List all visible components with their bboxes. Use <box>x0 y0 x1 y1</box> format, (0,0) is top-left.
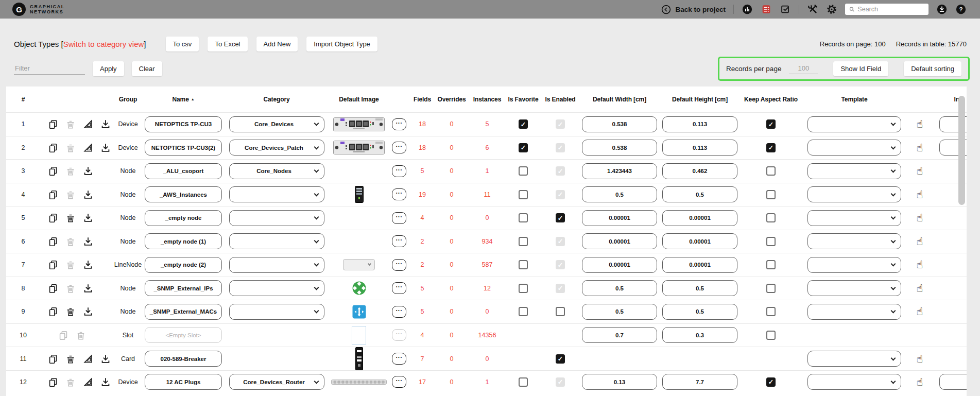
trash-icon[interactable] <box>64 353 76 365</box>
download-row-icon[interactable] <box>82 259 94 271</box>
trash-icon[interactable] <box>64 235 76 247</box>
measure-icon[interactable] <box>82 142 94 153</box>
clear-button[interactable]: Clear <box>132 61 162 76</box>
category-select[interactable] <box>229 233 324 249</box>
count-link[interactable]: 587 <box>470 261 505 268</box>
show-id-field-button[interactable]: Show Id Field <box>833 61 888 76</box>
favorite-checkbox[interactable] <box>519 237 528 246</box>
template-select[interactable] <box>807 116 901 132</box>
trash-icon[interactable] <box>64 306 76 318</box>
keep-aspect-checkbox[interactable] <box>766 307 776 316</box>
import-object-type-button[interactable]: Import Object Type <box>306 37 377 51</box>
trash-icon[interactable] <box>64 282 76 294</box>
count-link[interactable]: 0 <box>434 214 470 221</box>
enabled-checkbox[interactable]: ✓ <box>556 377 565 387</box>
category-select[interactable]: Core_Nodes <box>229 163 324 179</box>
copy-icon[interactable] <box>47 235 59 247</box>
download-row-icon[interactable] <box>99 118 111 130</box>
default-height-input[interactable]: 7.7 <box>662 374 737 390</box>
download-row-icon[interactable] <box>99 376 111 388</box>
category-select[interactable]: Core_Devices_Patch <box>229 140 324 156</box>
count-link[interactable]: 1 <box>470 378 505 386</box>
enabled-checkbox[interactable]: ✓ <box>556 166 565 176</box>
enabled-checkbox[interactable]: ✓ <box>556 237 565 246</box>
enabled-checkbox[interactable]: ✓ <box>556 143 565 152</box>
enabled-checkbox[interactable]: ✓ <box>556 119 565 129</box>
to-csv-button[interactable]: To csv <box>166 37 199 51</box>
category-select[interactable]: Core_Devices <box>229 116 324 132</box>
pointer-hand-icon[interactable]: ☝ <box>917 142 923 154</box>
name-input[interactable]: _empty node <box>145 210 222 226</box>
pointer-hand-icon[interactable]: ☝ <box>917 305 923 318</box>
count-link[interactable]: 18 <box>411 120 434 128</box>
default-width-input[interactable]: 0.5 <box>582 304 657 320</box>
count-link[interactable]: 1 <box>470 167 505 175</box>
favorite-checkbox[interactable] <box>519 190 528 199</box>
copy-icon[interactable] <box>47 353 59 365</box>
vertical-scrollbar-thumb[interactable] <box>958 96 965 205</box>
count-link[interactable]: 12 <box>470 285 505 292</box>
count-link[interactable]: 0 <box>470 355 505 363</box>
more-options-button[interactable]: ... <box>392 306 406 318</box>
category-select[interactable] <box>229 210 324 226</box>
more-options-button[interactable]: ... <box>392 118 406 130</box>
count-link[interactable]: 2 <box>411 261 434 268</box>
template-select[interactable] <box>807 140 901 156</box>
enabled-checkbox[interactable]: ✓ <box>556 354 565 364</box>
default-width-input[interactable]: 0.7 <box>582 327 657 343</box>
default-width-input[interactable]: 0.5 <box>582 186 657 202</box>
more-options-button[interactable]: ... <box>392 329 406 341</box>
copy-icon[interactable] <box>47 259 59 271</box>
trash-icon[interactable] <box>75 329 87 341</box>
keep-aspect-checkbox[interactable] <box>766 237 776 246</box>
download-icon[interactable] <box>936 4 948 15</box>
count-link[interactable]: 0 <box>434 332 470 339</box>
name-input[interactable]: _AWS_Instances <box>145 186 222 202</box>
default-height-input[interactable]: 0.00001 <box>662 257 737 273</box>
count-link[interactable]: 0 <box>434 120 470 128</box>
favorite-checkbox[interactable]: ✓ <box>519 119 528 129</box>
enabled-checkbox[interactable]: ✓ <box>556 213 565 222</box>
default-height-input[interactable]: 0.3 <box>662 327 737 343</box>
name-input[interactable]: _empty node (1) <box>145 233 222 249</box>
default-height-input[interactable]: 0.5 <box>662 186 737 202</box>
default-width-input[interactable]: 0.00001 <box>582 233 657 249</box>
count-link[interactable]: 7 <box>411 355 434 363</box>
template-select[interactable] <box>807 210 901 226</box>
default-height-input[interactable]: 0.113 <box>662 116 737 132</box>
download-row-icon[interactable] <box>99 353 111 365</box>
count-link[interactable]: 934 <box>470 238 505 245</box>
name-input[interactable]: _empty node (2) <box>145 257 222 273</box>
count-link[interactable]: 18 <box>411 144 434 151</box>
default-width-input[interactable]: 0.538 <box>582 116 657 132</box>
count-link[interactable]: 0 <box>434 167 470 175</box>
name-input[interactable]: <Empty Slot> <box>145 327 222 343</box>
keep-aspect-checkbox[interactable]: ✓ <box>766 143 776 152</box>
count-link[interactable]: 4 <box>411 332 434 339</box>
count-link[interactable]: 17 <box>411 378 434 386</box>
name-input[interactable]: _SNMP_External_IPs <box>145 280 222 296</box>
default-height-input[interactable]: 0.113 <box>662 140 737 156</box>
enabled-checkbox[interactable]: ✓ <box>556 190 565 199</box>
more-options-button[interactable]: ... <box>392 376 406 388</box>
count-link[interactable]: 19 <box>411 191 434 198</box>
default-width-input[interactable]: 0.00001 <box>582 257 657 273</box>
pointer-hand-icon[interactable]: ☝ <box>917 118 923 130</box>
pointer-hand-icon[interactable]: ☝ <box>917 282 923 295</box>
count-link[interactable]: 14356 <box>470 332 505 339</box>
trash-icon[interactable] <box>64 188 76 200</box>
more-options-button[interactable]: ... <box>392 282 406 294</box>
download-row-icon[interactable] <box>82 212 94 224</box>
favorite-checkbox[interactable]: ✓ <box>519 143 528 152</box>
template-select[interactable] <box>807 163 901 179</box>
apply-button[interactable]: Apply <box>93 61 124 76</box>
default-width-input[interactable]: 1.423443 <box>582 163 657 179</box>
count-link[interactable]: 0 <box>434 238 470 245</box>
count-link[interactable]: 5 <box>411 167 434 175</box>
keep-aspect-checkbox[interactable] <box>766 284 776 293</box>
trash-icon[interactable] <box>64 212 76 224</box>
filter-input[interactable] <box>14 62 85 75</box>
count-link[interactable]: 5 <box>470 120 505 128</box>
template-select[interactable] <box>807 233 901 249</box>
count-link[interactable]: 2 <box>411 238 434 245</box>
